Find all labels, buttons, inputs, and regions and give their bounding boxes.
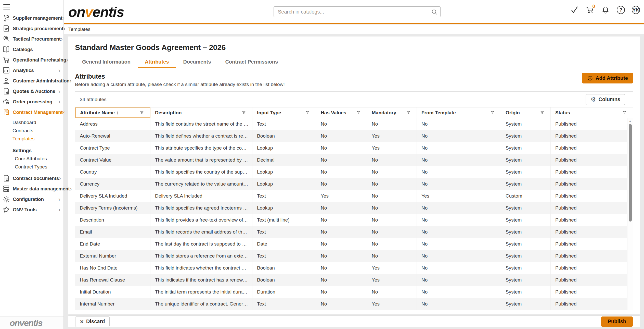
cell-input-type: Boolean (252, 262, 316, 274)
submenu-item-contracts[interactable]: Contracts (12, 127, 63, 135)
cell-status: Published (551, 238, 633, 250)
cell-attribute-name: Contract Type (75, 142, 150, 154)
sidebar-item-configuration[interactable]: Configuration › (0, 194, 63, 204)
columns-button[interactable]: ⚙ Columns (586, 94, 625, 105)
bell-icon[interactable] (601, 6, 610, 14)
database-stack-icon (2, 185, 10, 193)
table-row[interactable]: Email This field records the email addre… (75, 226, 633, 238)
cart-badge: 0 (592, 4, 595, 9)
table-row[interactable]: End Date The last day the contract is su… (75, 238, 633, 250)
sidebar-item-label: Order processing (13, 99, 58, 105)
cell-input-type: Text (252, 118, 316, 130)
sidebar-item-supplier-management[interactable]: Supplier management › (0, 13, 63, 23)
chevron-down-icon: › (61, 111, 67, 113)
sidebar-item-onv-tools[interactable]: ONV-Tools › (0, 204, 63, 215)
sidebar-item-label: Analytics (13, 68, 58, 73)
table-row[interactable]: Internal Number The unique identifier of… (75, 298, 633, 310)
column-header-description[interactable]: Description (150, 107, 252, 118)
table-row[interactable]: Contract Type This attribute specifies t… (75, 142, 633, 154)
cell-has-values: No (316, 214, 367, 226)
sidebar-item-order-processing[interactable]: Order processing › (0, 96, 63, 107)
submenu-item-core-attributes[interactable]: Core Attributes (12, 155, 63, 163)
hamburger-menu-icon[interactable] (3, 4, 10, 9)
table-row[interactable]: Description This field provides a free-t… (75, 214, 633, 226)
cell-description: This field records the email address of … (150, 226, 252, 238)
column-header-input-type[interactable]: Input Type (252, 107, 316, 118)
sidebar-item-operational-purchasing[interactable]: Operational Purchasing › (0, 55, 63, 65)
submenu-item-contract-types[interactable]: Contract Types (12, 163, 63, 171)
cell-has-values: No (316, 250, 367, 262)
table-row[interactable]: Currency The currency related to the val… (75, 178, 633, 190)
search-icon[interactable] (431, 9, 438, 15)
table-row[interactable]: External Number This field stores a refe… (75, 250, 633, 262)
table-row[interactable]: Delivery SLA Included Delivery SLA Inclu… (75, 190, 633, 202)
cell-from-template: No (417, 178, 501, 190)
filter-icon[interactable] (242, 111, 246, 115)
cell-has-values: No (316, 286, 367, 298)
tab-documents[interactable]: Documents (176, 56, 218, 68)
table-row[interactable]: Contract Value The value amount that is … (75, 154, 633, 166)
column-header-status[interactable]: Status (551, 107, 633, 118)
cell-from-template: No (417, 154, 501, 166)
close-icon: × (80, 319, 84, 325)
cell-attribute-name: Initial Duration (75, 286, 150, 298)
document-percent-icon (2, 87, 10, 95)
filter-icon[interactable] (540, 111, 544, 115)
cell-description: This field provides a free-text overview… (150, 214, 252, 226)
filter-icon[interactable] (406, 111, 410, 115)
column-header-origin[interactable]: Origin (501, 107, 551, 118)
sidebar-item-quotes-auctions[interactable]: Quotes & Auctions › (0, 86, 63, 96)
scroll-up-arrow-icon[interactable]: ▲ (627, 119, 633, 123)
cell-has-values: No (316, 238, 367, 250)
table-row[interactable]: Has No End Date This field indicates whe… (75, 262, 633, 274)
cell-status: Published (551, 262, 633, 274)
publish-button[interactable]: Publish (601, 316, 633, 327)
filter-icon[interactable] (622, 111, 627, 115)
checkmark-icon[interactable] (570, 6, 579, 14)
sidebar-item-catalogs[interactable]: Catalogs (0, 44, 63, 55)
submenu-item-templates[interactable]: Templates (12, 135, 63, 143)
cell-description: The value amount that is represented by … (150, 154, 252, 166)
submenu-item-dashboard[interactable]: Dashboard (12, 118, 63, 127)
cart-icon[interactable]: 0 (586, 6, 594, 14)
cell-input-type: Boolean (252, 274, 316, 286)
filter-icon[interactable] (140, 111, 144, 115)
search-input[interactable] (274, 7, 440, 17)
sidebar-item-strategic-procurement[interactable]: Strategic procurement › (0, 23, 63, 34)
cell-status: Published (551, 226, 633, 238)
column-header-attribute-name[interactable]: Attribute Name↑ (75, 107, 150, 118)
breadcrumb: Templates (68, 27, 91, 32)
avatar[interactable]: YK (632, 6, 640, 14)
filter-icon[interactable] (305, 111, 310, 115)
tab-attributes[interactable]: Attributes (138, 56, 176, 68)
table-row[interactable]: Auto-Renewal This field defines whether … (75, 130, 633, 142)
filter-icon[interactable] (490, 111, 495, 115)
filter-icon[interactable] (356, 111, 361, 115)
add-attribute-button[interactable]: Add Attribute (582, 73, 633, 83)
sidebar-item-master-data-management[interactable]: Master data management › (0, 184, 63, 194)
table-row[interactable]: Delivery Terms (Incoterms) This field sp… (75, 202, 633, 214)
help-icon[interactable]: ? (617, 6, 625, 14)
table-row[interactable]: Initial Duration The initial term repres… (75, 286, 633, 298)
column-header-from-template[interactable]: From Template (417, 107, 501, 118)
sidebar-item-analytics[interactable]: Analytics › (0, 65, 63, 76)
sidebar-item-contract-documents[interactable]: Contract documents › (0, 173, 63, 184)
sidebar-footer: onventis (0, 316, 63, 329)
column-header-has-values[interactable]: Has Values (316, 107, 367, 118)
table-row[interactable]: Country This field specifies the country… (75, 166, 633, 178)
vertical-scrollbar[interactable]: ▲ (627, 118, 633, 310)
tab-general-information[interactable]: General Information (75, 56, 138, 68)
cell-status: Published (551, 130, 633, 142)
cell-mandatory: No (367, 226, 417, 238)
scrollbar-thumb[interactable] (629, 124, 632, 222)
tab-contract-permissions[interactable]: Contract Permissions (218, 56, 285, 68)
discard-button[interactable]: × Discard (75, 316, 110, 327)
column-header-mandatory[interactable]: Mandatory (367, 107, 417, 118)
onventis-logo[interactable]: onventis (68, 4, 124, 20)
sidebar-item-customer-administration[interactable]: Customer Administration › (0, 76, 63, 86)
sidebar-item-contract-management[interactable]: Contract Management › (0, 107, 63, 117)
table-row[interactable]: Address This field contains the street n… (75, 118, 633, 130)
submenu-group-settings[interactable]: Settings (12, 147, 63, 155)
table-row[interactable]: Has Renewal Clause This indicates if the… (75, 274, 633, 286)
sidebar-item-tactical-procurement[interactable]: Tactical Procurement › (0, 34, 63, 44)
